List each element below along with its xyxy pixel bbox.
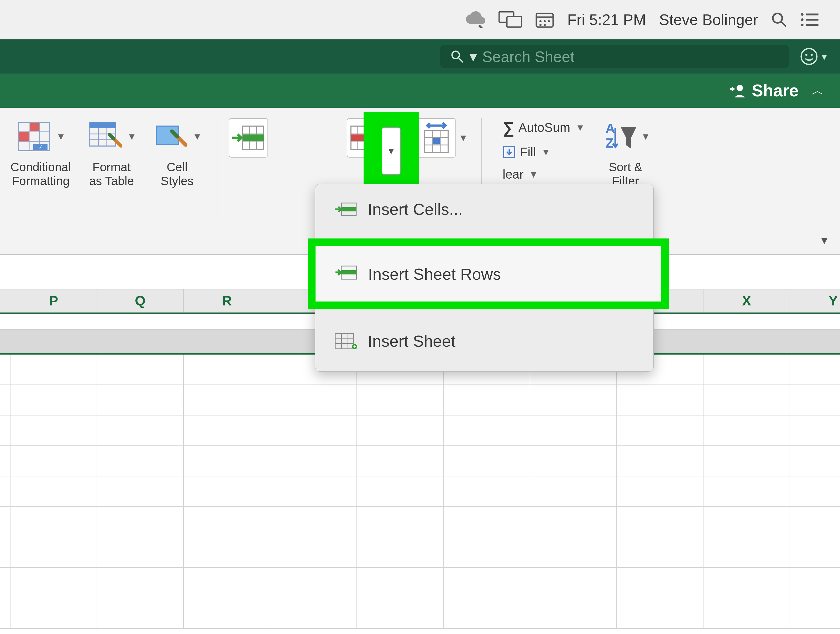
col-header-X[interactable]: X bbox=[704, 289, 790, 312]
svg-point-21 bbox=[805, 54, 807, 56]
col-gutter bbox=[0, 289, 11, 312]
svg-rect-32 bbox=[19, 132, 28, 141]
menubar-username[interactable]: Steve Bolinger bbox=[659, 11, 758, 28]
svg-rect-75 bbox=[341, 270, 357, 274]
svg-rect-2 bbox=[507, 17, 522, 27]
insert-cells-icon bbox=[229, 118, 268, 158]
svg-rect-59 bbox=[433, 138, 440, 144]
svg-point-10 bbox=[773, 13, 782, 23]
svg-text:+: + bbox=[353, 344, 356, 349]
cell-styles-icon bbox=[152, 118, 189, 155]
svg-point-18 bbox=[452, 51, 459, 58]
calendar-icon[interactable] bbox=[535, 11, 554, 28]
format-cells-icon bbox=[417, 118, 456, 158]
insert-cells-button[interactable] bbox=[229, 118, 268, 158]
ribbon-overflow-caret-icon[interactable]: ▼ bbox=[819, 234, 829, 247]
mac-menubar: Fri 5:21 PM Steve Bolinger bbox=[0, 0, 840, 40]
share-label: Share bbox=[752, 81, 799, 100]
menubar-datetime[interactable]: Fri 5:21 PM bbox=[567, 11, 646, 28]
svg-rect-64 bbox=[341, 207, 356, 212]
svg-rect-67 bbox=[335, 334, 354, 349]
search-placeholder: Search Sheet bbox=[482, 48, 574, 65]
format-as-table-button[interactable]: ▼ Format as Table bbox=[87, 118, 136, 188]
display-icon[interactable] bbox=[499, 11, 522, 28]
svg-text:A: A bbox=[606, 121, 615, 136]
highlight-insert-sheet-rows: Insert Sheet Rows bbox=[308, 239, 669, 309]
ribbon-separator bbox=[218, 118, 218, 218]
svg-point-6 bbox=[544, 20, 546, 22]
status-cloud-icon[interactable] bbox=[466, 11, 485, 28]
feedback-smiley-button[interactable]: ▾ bbox=[800, 47, 827, 66]
search-sheet-box[interactable]: ▾ Search Sheet bbox=[440, 45, 789, 68]
insert-dropdown-caret[interactable]: ▼ bbox=[382, 127, 401, 175]
insert-rows-menu-icon bbox=[334, 263, 357, 285]
fill-down-icon bbox=[503, 145, 516, 159]
svg-rect-36 bbox=[90, 122, 116, 128]
svg-point-5 bbox=[540, 20, 542, 22]
excel-titlebar: ▾ Search Sheet ▾ bbox=[0, 40, 840, 74]
highlight-insert-dropdown: ▼ bbox=[363, 112, 419, 190]
insert-cells-menu-icon bbox=[334, 200, 357, 218]
col-header-R[interactable]: R bbox=[184, 289, 270, 312]
svg-text:Z: Z bbox=[606, 136, 614, 150]
conditional-formatting-icon: ≠ bbox=[16, 118, 52, 155]
col-header-P[interactable]: P bbox=[11, 289, 97, 312]
menu-insert-cells[interactable]: Insert Cells... bbox=[315, 192, 654, 226]
ribbon-collapse-chevron-icon[interactable]: ︿ bbox=[812, 82, 824, 99]
svg-point-8 bbox=[540, 24, 542, 26]
svg-line-19 bbox=[459, 58, 463, 62]
menu-insert-sheet[interactable]: + Insert Sheet bbox=[315, 324, 654, 358]
spreadsheet-grid[interactable] bbox=[0, 354, 840, 634]
svg-line-0 bbox=[479, 25, 484, 28]
menu-list-icon[interactable] bbox=[800, 12, 819, 27]
svg-point-12 bbox=[801, 13, 804, 16]
svg-rect-47 bbox=[243, 134, 264, 141]
svg-point-7 bbox=[548, 20, 550, 22]
cell-styles-button[interactable]: ▼ Cell Styles bbox=[152, 118, 202, 188]
spotlight-icon[interactable] bbox=[771, 12, 787, 28]
format-cells-button[interactable]: ▼ bbox=[417, 118, 468, 158]
format-as-table-icon bbox=[87, 118, 123, 155]
svg-point-20 bbox=[801, 49, 817, 64]
fill-button[interactable]: Fill ▼ bbox=[503, 145, 585, 159]
insert-sheet-menu-icon: + bbox=[334, 332, 357, 350]
share-button[interactable]: Share bbox=[730, 81, 799, 100]
svg-point-16 bbox=[801, 24, 804, 26]
svg-point-14 bbox=[801, 18, 804, 21]
col-header-Y[interactable]: Y bbox=[790, 289, 840, 312]
svg-text:≠: ≠ bbox=[39, 143, 43, 151]
menu-insert-sheet-rows[interactable]: Insert Sheet Rows bbox=[316, 247, 661, 302]
person-plus-icon bbox=[730, 83, 747, 98]
svg-point-9 bbox=[544, 24, 546, 26]
autosum-button[interactable]: ∑ AutoSum ▼ bbox=[503, 118, 585, 137]
sort-filter-button[interactable]: AZ ▼ Sort & Filter bbox=[601, 118, 651, 188]
svg-rect-31 bbox=[30, 123, 39, 131]
ribbon-sharebar: Share ︿ bbox=[0, 74, 840, 108]
search-icon bbox=[450, 50, 464, 63]
sigma-icon: ∑ bbox=[503, 118, 514, 137]
col-header-Q[interactable]: Q bbox=[97, 289, 184, 312]
sort-filter-icon: AZ bbox=[601, 118, 637, 155]
svg-line-11 bbox=[781, 22, 786, 27]
conditional-formatting-button[interactable]: ≠ ▼ Conditional Formatting bbox=[11, 118, 71, 188]
svg-point-23 bbox=[737, 85, 743, 91]
svg-point-22 bbox=[811, 54, 813, 56]
clear-button[interactable]: lear ▼ bbox=[503, 167, 585, 182]
